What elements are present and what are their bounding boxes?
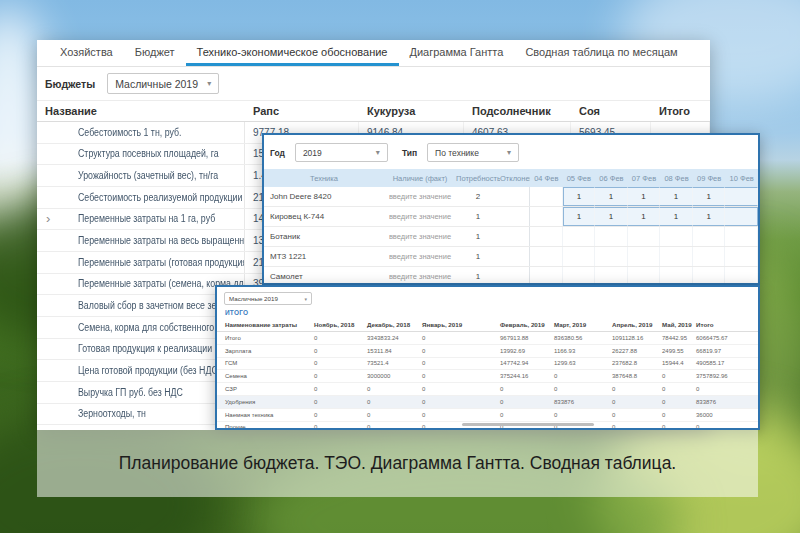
day-cell[interactable] (725, 267, 758, 285)
summary-row[interactable]: СЗР00000000 (217, 383, 758, 396)
column-header: 06 Фев (595, 174, 628, 183)
cost-name: Итого (217, 335, 312, 341)
summary-group-label[interactable]: ИТОГО (225, 309, 758, 316)
column-header: Апрель, 2019 (610, 321, 660, 328)
row-label: Урожайность (зачетный вес), тн/га (78, 170, 218, 181)
summary-row[interactable]: ГСМ073521.40147742.941299.63237682.81594… (217, 358, 758, 371)
column-header: Февраль, 2019 (498, 321, 552, 328)
tab-monthly-summary[interactable]: Сводная таблица по месяцам (514, 40, 688, 66)
horizontal-scrollbar[interactable] (462, 423, 594, 426)
row-label: Структура посевных площадей, га (78, 148, 219, 159)
cost-name: ГСМ (217, 360, 312, 366)
gantt-row[interactable]: МТЗ 1221введите значение1 (264, 247, 758, 267)
day-cell[interactable] (563, 267, 596, 285)
year-select[interactable]: 2019 ▾ (295, 143, 388, 162)
column-header: Отклонение (500, 174, 530, 183)
deviation-cell (500, 267, 530, 285)
need-cell: 1 (456, 267, 500, 285)
day-cell[interactable]: 1 (693, 207, 726, 226)
day-cell[interactable]: 1 (660, 207, 693, 226)
row-label: Переменные затраты на 1 га, руб (78, 213, 215, 224)
gantt-row[interactable]: Кировец К-744введите значение111111 (264, 207, 758, 227)
tab-budget[interactable]: Бюджет (124, 40, 186, 66)
day-cell[interactable]: 1 (563, 207, 596, 226)
day-cell[interactable] (530, 207, 563, 226)
summary-row[interactable]: Наемная техника000000036000 (217, 409, 758, 422)
tab-feasibility[interactable]: Технико-экономическое обоснование (186, 40, 399, 66)
day-cell[interactable] (628, 247, 661, 266)
type-select[interactable]: По технике ▾ (427, 143, 519, 162)
day-cell[interactable] (693, 227, 726, 246)
day-cell[interactable]: 1 (563, 187, 596, 206)
row-name: Переменные затраты (семена, корма для со… (37, 274, 245, 295)
row-label: Выручка ГП руб. без НДС (78, 387, 183, 398)
month-cell: 66819.97 (694, 348, 758, 354)
day-cell[interactable] (693, 267, 726, 285)
day-cell[interactable] (725, 187, 758, 206)
column-header: Март, 2019 (552, 321, 610, 328)
month-cell: 0 (660, 412, 694, 418)
summary-row[interactable]: Зарплата015311.84013992.691166.9326227.8… (217, 345, 758, 358)
month-cell: 0 (498, 412, 552, 418)
gantt-row[interactable]: John Deere 8420введите значение211111 (264, 187, 758, 207)
row-label: Переменные затраты (готовая продукция к … (78, 257, 245, 268)
day-cell[interactable]: 1 (595, 187, 628, 206)
day-cell[interactable] (660, 247, 693, 266)
summary-row[interactable]: Семена030000000375244.160387648.80375789… (217, 370, 758, 383)
availability-input[interactable]: введите значение (384, 187, 456, 206)
day-cell[interactable] (725, 227, 758, 246)
day-cell[interactable]: 1 (628, 207, 661, 226)
month-cell: 0 (312, 373, 365, 379)
caption-text: Планирование бюджета. ТЭО. Диаграмма Ган… (119, 453, 676, 474)
month-cell: 0 (420, 373, 498, 379)
day-cell[interactable] (628, 227, 661, 246)
day-cell[interactable] (563, 227, 596, 246)
availability-input[interactable]: введите значение (384, 227, 456, 246)
day-cell[interactable]: 1 (660, 187, 693, 206)
day-cell[interactable]: 1 (693, 187, 726, 206)
availability-input[interactable]: введите значение (384, 267, 456, 285)
month-cell: 0 (420, 386, 498, 392)
day-cell[interactable] (595, 247, 628, 266)
deviation-cell (500, 207, 530, 226)
row-name: Цена готовой продукции (без НДС), руб/тн (37, 360, 245, 381)
summary-row[interactable]: Итого03343833.240967913.88836380.5610911… (217, 332, 758, 345)
day-cell[interactable] (660, 267, 693, 285)
month-cell: 0 (312, 335, 365, 341)
month-cell: 0 (498, 399, 552, 405)
day-cell[interactable]: 1 (628, 187, 661, 206)
gantt-row[interactable]: Ботаниквведите значение1 (264, 227, 758, 247)
day-cell[interactable] (693, 247, 726, 266)
day-cell[interactable] (725, 207, 758, 226)
day-cell[interactable] (530, 247, 563, 266)
summary-budget-select[interactable]: Масличные 2019 ▾ (224, 292, 312, 305)
day-cell[interactable] (628, 267, 661, 285)
month-cell: 15944.4 (660, 360, 694, 366)
cost-name: Семена (217, 373, 312, 379)
day-cell[interactable] (725, 247, 758, 266)
availability-input[interactable]: введите значение (384, 247, 456, 266)
availability-input[interactable]: введите значение (384, 207, 456, 226)
tab-gantt-chart[interactable]: Диаграмма Гантта (399, 40, 515, 66)
budget-select[interactable]: Масличные 2019 ▾ (107, 73, 219, 94)
day-cell[interactable] (530, 187, 563, 206)
month-cell: 3343833.24 (365, 335, 420, 341)
row-name: Урожайность (зачетный вес), тн/га (37, 165, 245, 186)
day-cell[interactable]: 1 (595, 207, 628, 226)
type-select-value: По технике (435, 148, 479, 158)
day-cell[interactable] (595, 267, 628, 285)
deviation-cell (500, 227, 530, 246)
tab-farms[interactable]: Хозяйства (49, 40, 124, 66)
gantt-row[interactable]: Самолетвведите значение1 (264, 267, 758, 285)
expand-arrow-icon[interactable]: › (46, 212, 50, 225)
main-table-header: НазваниеРапсКукурузаПодсолнечникСояИтого (37, 100, 710, 122)
day-cell[interactable] (660, 227, 693, 246)
day-cell[interactable] (563, 247, 596, 266)
machine-name: Самолет (264, 267, 384, 285)
day-cell[interactable] (595, 227, 628, 246)
year-select-value: 2019 (303, 148, 322, 158)
column-header: 09 Фев (693, 174, 726, 183)
day-cell[interactable] (530, 267, 563, 285)
day-cell[interactable] (530, 227, 563, 246)
summary-row[interactable]: Удобрения000083387600833876 (217, 396, 758, 409)
